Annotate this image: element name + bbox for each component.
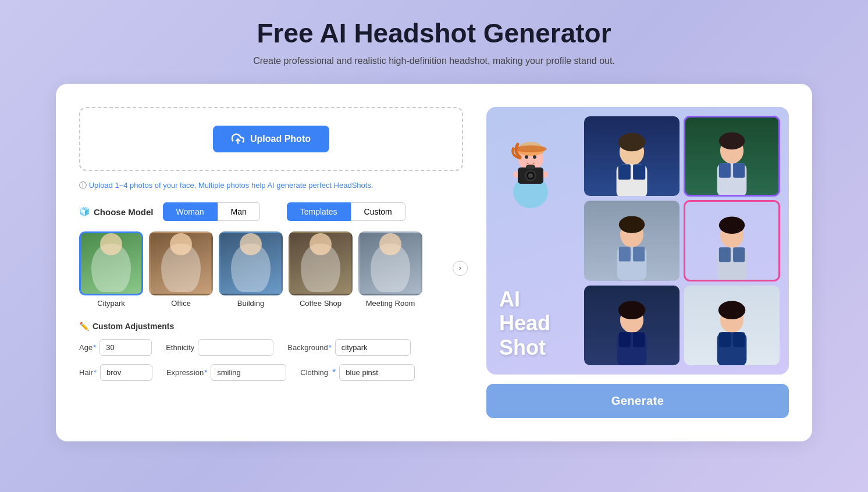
svg-point-5 xyxy=(514,145,547,152)
left-panel: Upload Photo ⓘ Upload 1~4 photos of your… xyxy=(79,107,463,418)
form-row-1: Age* Ethnicity Background* xyxy=(79,339,463,356)
preview-cell-6[interactable] xyxy=(684,286,780,365)
clothing-input[interactable] xyxy=(339,364,415,381)
svg-rect-44 xyxy=(733,332,745,347)
preview-cell-4[interactable] xyxy=(684,201,780,280)
svg-point-41 xyxy=(718,301,745,319)
preview-right-grid xyxy=(584,116,780,365)
scene-building-label: Building xyxy=(237,299,264,308)
age-label: Age* xyxy=(79,343,96,352)
preview-cell-3[interactable] xyxy=(584,201,680,280)
svg-rect-38 xyxy=(619,332,631,347)
page-title: Free AI Headshot Generator xyxy=(257,17,611,49)
svg-point-16 xyxy=(618,133,645,152)
scene-coffeeshop-label: Coffee Shop xyxy=(300,299,341,308)
age-input[interactable] xyxy=(99,339,152,356)
main-card: Upload Photo ⓘ Upload 1~4 photos of your… xyxy=(56,84,812,441)
page-subtitle: Create professional and realistic high-d… xyxy=(253,56,615,66)
svg-rect-23 xyxy=(719,163,731,177)
adj-icon: ✏️ xyxy=(79,322,89,331)
form-group-clothing: Clothing * xyxy=(300,364,415,381)
background-label: Background* xyxy=(287,343,331,352)
scene-building[interactable]: Building xyxy=(219,231,283,308)
form-group-background: Background* xyxy=(287,339,410,356)
svg-rect-33 xyxy=(719,248,731,262)
svg-point-26 xyxy=(619,216,645,234)
svg-point-31 xyxy=(719,217,745,234)
svg-rect-34 xyxy=(733,248,745,262)
cube-icon: 🧊 xyxy=(79,206,90,217)
svg-rect-28 xyxy=(619,247,631,262)
scene-meetingroom-label: Meeting Room xyxy=(366,299,415,308)
expression-label: Expression* xyxy=(166,368,207,377)
upload-icon xyxy=(232,133,244,145)
svg-rect-29 xyxy=(633,247,645,262)
scene-citypark-label: Citypark xyxy=(97,299,125,308)
choose-model-label: 🧊 Choose Model xyxy=(79,206,154,217)
tab-custom[interactable]: Custom xyxy=(351,202,405,221)
custom-adjustments-section: ✏️ Custom Adjustments Age* Ethnicity Bac… xyxy=(79,322,463,381)
scene-office-label: Office xyxy=(171,299,191,308)
generate-button[interactable]: Generate xyxy=(486,384,789,418)
scene-meetingroom[interactable]: Meeting Room xyxy=(358,231,422,308)
tab-man[interactable]: Man xyxy=(218,202,260,221)
scene-citypark[interactable]: Citypark xyxy=(79,231,143,308)
custom-adjustments-label: ✏️ Custom Adjustments xyxy=(79,322,463,331)
upload-hint: ⓘ Upload 1~4 photos of your face, Multip… xyxy=(79,180,463,191)
expression-input[interactable] xyxy=(211,364,286,381)
svg-rect-19 xyxy=(633,164,645,179)
next-arrow[interactable]: › xyxy=(453,261,468,276)
ethnicity-input[interactable] xyxy=(198,339,273,356)
svg-point-11 xyxy=(528,173,533,178)
preview-left-col: AIHeadShot xyxy=(496,116,577,365)
template-tabs: Templates Custom xyxy=(287,202,405,221)
svg-rect-43 xyxy=(719,332,731,347)
form-group-hair: Hair* xyxy=(79,364,152,381)
upload-button[interactable]: Upload Photo xyxy=(213,126,329,152)
preview-grid: AIHeadShot xyxy=(486,107,789,375)
svg-rect-39 xyxy=(633,332,645,347)
hair-label: Hair* xyxy=(79,368,97,377)
svg-rect-24 xyxy=(733,163,745,177)
svg-point-13 xyxy=(525,155,528,159)
clothing-label: Clothing xyxy=(300,368,328,377)
ethnicity-label: Ethnicity xyxy=(166,343,194,352)
svg-point-36 xyxy=(618,301,645,319)
scene-office[interactable]: Office xyxy=(149,231,213,308)
svg-rect-18 xyxy=(618,164,631,179)
svg-rect-12 xyxy=(526,165,535,169)
ai-headshot-text: AIHeadShot xyxy=(496,281,577,365)
preview-cell-5[interactable] xyxy=(584,286,680,365)
right-panel: AIHeadShot xyxy=(486,107,789,418)
preview-cell-2[interactable] xyxy=(684,116,780,196)
model-tabs: Woman Man xyxy=(163,202,260,221)
tab-woman[interactable]: Woman xyxy=(163,202,218,221)
svg-point-21 xyxy=(719,132,745,149)
form-group-ethnicity: Ethnicity xyxy=(166,339,273,356)
preview-cell-1[interactable] xyxy=(584,116,680,196)
upload-area: Upload Photo xyxy=(79,107,463,171)
scenes-row: Citypark Office Building C xyxy=(79,231,463,308)
scene-coffeeshop[interactable]: Coffee Shop xyxy=(289,231,353,308)
model-section: 🧊 Choose Model Woman Man Templates Custo… xyxy=(79,202,463,221)
form-row-2: Hair* Expression* Clothing * xyxy=(79,364,463,381)
photographer-illustration xyxy=(496,116,565,209)
hair-input[interactable] xyxy=(100,364,152,381)
svg-point-14 xyxy=(533,155,536,159)
form-group-expression: Expression* xyxy=(166,364,286,381)
form-group-age: Age* xyxy=(79,339,152,356)
background-input[interactable] xyxy=(335,339,411,356)
tab-templates[interactable]: Templates xyxy=(287,202,351,221)
